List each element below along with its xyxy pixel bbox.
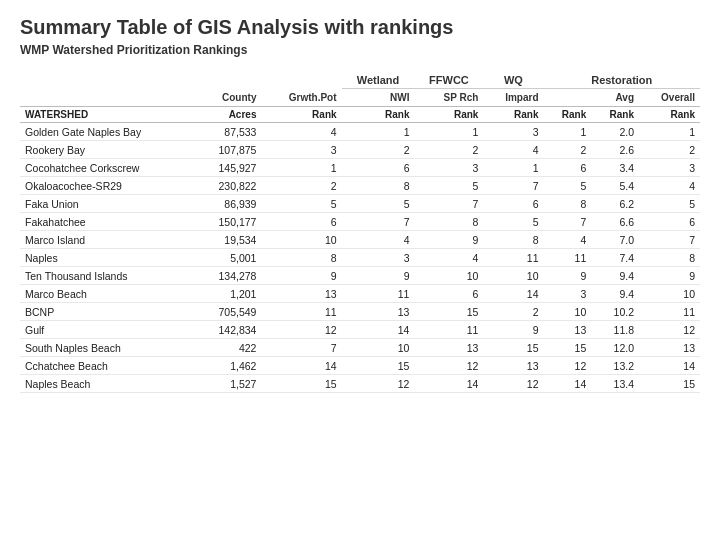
- wq-group-header: WQ: [483, 71, 543, 89]
- table-cell: 6.2: [591, 195, 639, 213]
- table-cell: 8: [544, 195, 592, 213]
- table-cell: 7: [483, 177, 543, 195]
- table-cell: 7.4: [591, 249, 639, 267]
- table-cell: 134,278: [195, 267, 262, 285]
- table-cell: 4: [261, 123, 341, 141]
- table-cell: 7: [342, 213, 415, 231]
- table-cell: 9: [483, 321, 543, 339]
- table-cell: 2: [483, 303, 543, 321]
- table-row: Marco Island19,5341049847.07: [20, 231, 700, 249]
- table-row: Marco Beach1,201131161439.410: [20, 285, 700, 303]
- table-cell: 11: [483, 249, 543, 267]
- table-cell: 1: [639, 123, 700, 141]
- table-cell: 7: [544, 213, 592, 231]
- table-cell: 6: [414, 285, 483, 303]
- acres-header1: Acres: [195, 107, 262, 123]
- table-cell: 14: [639, 357, 700, 375]
- empty-col2: [544, 89, 592, 107]
- table-cell: 6.6: [591, 213, 639, 231]
- table-cell: 2: [261, 177, 341, 195]
- table-cell: 1: [342, 123, 415, 141]
- table-cell: 107,875: [195, 141, 262, 159]
- table-cell: 3.4: [591, 159, 639, 177]
- table-cell: 6: [544, 159, 592, 177]
- table-cell: 9: [639, 267, 700, 285]
- table-cell: 1: [261, 159, 341, 177]
- table-cell: 13.2: [591, 357, 639, 375]
- table-cell: 422: [195, 339, 262, 357]
- table-cell: 8: [483, 231, 543, 249]
- table-cell: 19,534: [195, 231, 262, 249]
- table-cell: 1,201: [195, 285, 262, 303]
- table-cell: 2.0: [591, 123, 639, 141]
- table-cell: 12.0: [591, 339, 639, 357]
- table-cell: 10: [342, 339, 415, 357]
- watershed-name: South Naples Beach: [20, 339, 195, 357]
- table-cell: 5: [414, 177, 483, 195]
- grwthpot-subheader: Grwth.Pot: [261, 89, 341, 107]
- table-cell: 1: [414, 123, 483, 141]
- watershed-name: Ten Thousand Islands: [20, 267, 195, 285]
- table-row: Gulf142,83412141191311.812: [20, 321, 700, 339]
- sp-rch-subheader: SP Rch: [414, 89, 483, 107]
- table-cell: 6: [342, 159, 415, 177]
- table-cell: 11: [414, 321, 483, 339]
- table-row: Okaloacochee-SR29230,822285755.44: [20, 177, 700, 195]
- table-cell: 86,939: [195, 195, 262, 213]
- table-cell: 13: [483, 357, 543, 375]
- watershed-name: Faka Union: [20, 195, 195, 213]
- table-cell: 9.4: [591, 267, 639, 285]
- ffwcc-group-header: FFWCC: [414, 71, 483, 89]
- table-cell: 2: [639, 141, 700, 159]
- acres-header2: Rank: [261, 107, 341, 123]
- empty-col: [20, 89, 195, 107]
- table-cell: 12: [483, 375, 543, 393]
- table-cell: 3: [414, 159, 483, 177]
- watershed-name: Naples Beach: [20, 375, 195, 393]
- summary-table: Wetland FFWCC WQ Restoration County Grwt…: [20, 71, 700, 393]
- table-row: Fakahatchee150,177678576.66: [20, 213, 700, 231]
- rank-header4: Rank: [544, 107, 592, 123]
- table-cell: 15: [261, 375, 341, 393]
- rank-header2: Rank: [414, 107, 483, 123]
- table-body: Golden Gate Naples Bay87,533411312.01Roo…: [20, 123, 700, 393]
- table-cell: 10: [261, 231, 341, 249]
- table-cell: 10.2: [591, 303, 639, 321]
- table-cell: 14: [483, 285, 543, 303]
- table-cell: 12: [414, 357, 483, 375]
- table-cell: 1: [483, 159, 543, 177]
- table-cell: 3: [261, 141, 341, 159]
- rank-header5: Rank: [591, 107, 639, 123]
- table-cell: 5.4: [591, 177, 639, 195]
- table-cell: 9: [261, 267, 341, 285]
- table-cell: 15: [483, 339, 543, 357]
- restoration-group-header: Restoration: [544, 71, 701, 89]
- watershed-name: Marco Island: [20, 231, 195, 249]
- table-cell: 150,177: [195, 213, 262, 231]
- table-cell: 3: [342, 249, 415, 267]
- watershed-name: Fakahatchee: [20, 213, 195, 231]
- table-cell: 7: [639, 231, 700, 249]
- watershed-name: Okaloacochee-SR29: [20, 177, 195, 195]
- table-cell: 14: [342, 321, 415, 339]
- watershed-name: Rookery Bay: [20, 141, 195, 159]
- table-row: Naples Beach1,527151214121413.415: [20, 375, 700, 393]
- table-cell: 4: [544, 231, 592, 249]
- table-cell: 13: [261, 285, 341, 303]
- table-cell: 10: [639, 285, 700, 303]
- table-cell: 10: [414, 267, 483, 285]
- table-cell: 14: [414, 375, 483, 393]
- table-row: Rookery Bay107,875322422.62: [20, 141, 700, 159]
- watershed-name: Golden Gate Naples Bay: [20, 123, 195, 141]
- watershed-name: Cocohatchee Corkscrew: [20, 159, 195, 177]
- table-cell: 7.0: [591, 231, 639, 249]
- watershed-name: Marco Beach: [20, 285, 195, 303]
- table-cell: 4: [414, 249, 483, 267]
- table-cell: 9: [342, 267, 415, 285]
- table-cell: 142,834: [195, 321, 262, 339]
- table-row: Cchatchee Beach1,462141512131213.214: [20, 357, 700, 375]
- overall-subheader: Overall: [639, 89, 700, 107]
- table-cell: 5: [483, 213, 543, 231]
- page-title: Summary Table of GIS Analysis with ranki…: [20, 16, 700, 39]
- rank-header3: Rank: [483, 107, 543, 123]
